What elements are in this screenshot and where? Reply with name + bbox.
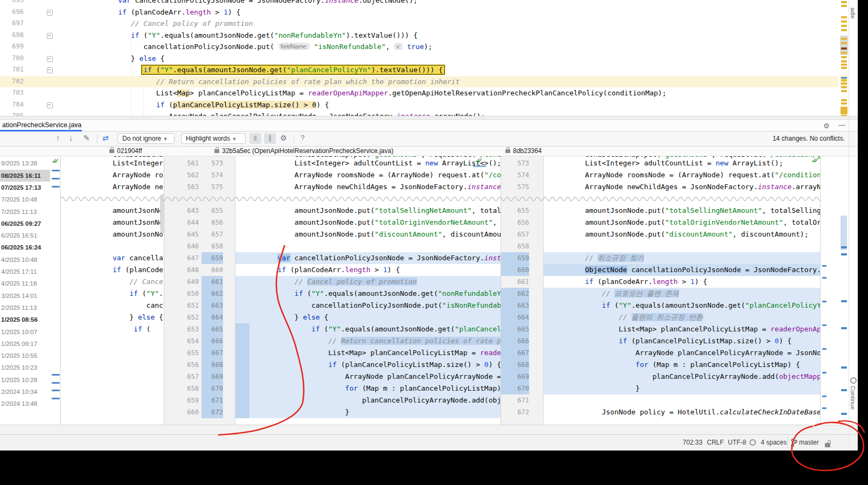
diff-code-line[interactable]: // Cancel policy of promotion: [235, 276, 501, 288]
diff-code-line[interactable]: ArrayNode roomsNode = (ArrayNode) reques…: [544, 169, 821, 181]
previous-change-icon[interactable]: ↑: [56, 134, 60, 142]
gear-icon[interactable]: ⚙: [823, 122, 830, 130]
diff-code-line[interactable]: List<Map> planCancelPolicyListMap = read…: [235, 347, 501, 359]
diff-code-line[interactable]: cancellationPolicyJsonNode.put("isNonRef…: [235, 300, 501, 311]
fold-icon[interactable]: [47, 102, 53, 108]
file-encoding[interactable]: UTF-8: [728, 439, 746, 446]
diff-code-line[interactable]: [544, 394, 821, 406]
diff-code-line[interactable]: ArrayNode newChildAges = JsonNodeFactory…: [544, 181, 821, 193]
tool-window-tab-gradle[interactable]: adle: [850, 8, 856, 19]
fold-icon[interactable]: [47, 56, 53, 62]
diff-code-line[interactable]: amountJsonNode.put("discountAmount", dis…: [544, 228, 821, 240]
status-ring-icon[interactable]: [749, 439, 756, 446]
fold-icon[interactable]: [47, 67, 53, 73]
diff-code-line[interactable]: }: [544, 383, 821, 394]
blame-timestamp[interactable]: 7/2025 11:13: [1, 206, 58, 218]
diff-code-line[interactable]: ArrayNode newChildAges = JsonNodeFactory…: [235, 181, 501, 193]
diff-code-line[interactable]: } else {: [235, 311, 501, 323]
diff-code-line[interactable]: if (planCode: [62, 264, 163, 276]
editor-pane[interactable]: var cancellationPolicyJsonNode = JsonNod…: [0, 0, 858, 116]
diff-code-line[interactable]: ArrayNode planCancelPolicyArrayNode = Js…: [544, 347, 821, 359]
caret-position[interactable]: 702:33: [683, 439, 703, 446]
diff-code-line[interactable]: ArrayNode ro: [62, 169, 163, 181]
diff-code-line[interactable]: if ("Y".equals(amountJsonNode.get("planC…: [235, 323, 501, 335]
blame-timestamp[interactable]: 9/2025 13:38: [1, 157, 58, 169]
blame-timestamp[interactable]: 08/2025 16:11: [1, 170, 58, 182]
blame-timestamp[interactable]: 2/2024 13:48: [1, 398, 58, 410]
blame-timestamp[interactable]: 1/2025 10:55: [1, 350, 58, 362]
branch-name[interactable]: master: [799, 439, 819, 446]
diff-code-line[interactable]: amountJsonNo: [62, 228, 163, 240]
diff-code-line[interactable]: amountJsonNode.put("totalSellingNetAmoun…: [544, 205, 821, 217]
diff-code-line[interactable]: var cancella: [62, 252, 163, 264]
sync-scroll-icon[interactable]: ⫿: [264, 133, 276, 144]
diff-code-line[interactable]: JsonNode policy = HotelUtil.calculateChe…: [544, 406, 821, 418]
blame-timestamp[interactable]: 2/2024 10:34: [1, 386, 58, 398]
diff-code-line[interactable]: if (planCodeArr.length > 1) {: [544, 276, 821, 288]
editor-code-line[interactable]: List<Map> planCancelPolicyListMap = read…: [0, 87, 838, 99]
diff-code-line[interactable]: List<Integer> adultCountList = new Array…: [544, 157, 821, 169]
editor-code-line[interactable]: // Return cancellation policies of rate …: [0, 76, 838, 88]
settings-gear-icon[interactable]: ⚙: [280, 134, 287, 142]
blame-timestamp[interactable]: 4/2025 10:48: [1, 254, 58, 266]
diff-code-line[interactable]: ArrayNode planCancelPolicyArrayNode = Js…: [235, 371, 501, 383]
diff-code-line[interactable]: amountJsonNo: [62, 205, 163, 217]
collapse-unchanged-icon[interactable]: ⇳: [249, 133, 261, 144]
diff-code-line[interactable]: [544, 240, 821, 252]
diff-code-line[interactable]: // 프로모션 플랜 존재: [544, 288, 821, 300]
diff-code-line[interactable]: ArrayNode roomsNode = (ArrayNode) reques…: [235, 169, 501, 181]
blame-timestamp[interactable]: 06/2025 16:24: [1, 241, 58, 253]
editor-code-line[interactable]: if ("Y".equals(amountJsonNode.get("planC…: [0, 64, 838, 76]
close-icon[interactable]: ✕: [74, 122, 79, 128]
diff-code-line[interactable]: amountJsonNo: [62, 217, 163, 228]
blame-timestamp[interactable]: 4/2025 11:18: [1, 278, 58, 289]
editor-code-line[interactable]: var cancellationPolicyJsonNode = JsonNod…: [0, 0, 838, 6]
blame-timestamp[interactable]: 06/2025 09:27: [1, 218, 58, 230]
diff-code-line[interactable]: for (Map m : planCancelPolicyListMap) {: [235, 383, 501, 394]
editor-code-line[interactable]: if (planCodeArr.length > 1) {: [0, 6, 838, 18]
edit-icon[interactable]: ✎: [84, 134, 90, 142]
highlight-policy-dropdown[interactable]: Highlight words ▼: [181, 133, 246, 144]
apply-changes-icon[interactable]: ⇄: [102, 134, 109, 142]
blame-timestamp[interactable]: 6/2025 16:51: [1, 230, 58, 241]
blame-timestamp[interactable]: 1/2025 10:23: [1, 362, 58, 373]
help-icon[interactable]: ?: [301, 134, 304, 142]
diff-code-line[interactable]: canc: [62, 300, 163, 311]
diff-code-line[interactable]: // 플랜의 취소규정 반환: [544, 311, 821, 323]
editor-code-line[interactable]: } else {: [0, 53, 838, 65]
blame-timestamp[interactable]: 3/2025 14:01: [1, 290, 58, 302]
blame-timestamp[interactable]: 4/2025 17:11: [1, 266, 58, 278]
diff-code-line[interactable]: if ("Y".: [62, 288, 163, 300]
minimize-icon[interactable]: —: [838, 121, 845, 129]
diff-code-line[interactable]: if (planCancelPolicyListMap.size() > 0) …: [544, 335, 821, 347]
editor-error-stripe[interactable]: [840, 0, 848, 116]
tool-window-tab-continue[interactable]: Continue: [850, 386, 856, 410]
diff-code-line[interactable]: amountJsonNode.put("totalOriginVendorNet…: [544, 217, 821, 228]
diff-code-line[interactable]: amountJsonNode.put("discountAmount", dis…: [235, 228, 501, 240]
editor-code-line[interactable]: if (planCancelPolicyListMap.size() > 0) …: [0, 99, 838, 111]
diff-code-line[interactable]: [235, 240, 501, 252]
diff-code-line[interactable]: // 취소규정 찾기: [544, 252, 821, 264]
indent-setting[interactable]: 4 spaces: [761, 439, 787, 446]
editor-code-line[interactable]: // Cancel policy of promotion: [0, 18, 838, 30]
blame-timestamp[interactable]: 1/2025 10:07: [1, 326, 58, 338]
diff-code-line[interactable]: } else {: [62, 311, 163, 323]
diff-code-line[interactable]: List<Integer: [62, 157, 163, 169]
line-ending[interactable]: CRLF: [707, 439, 724, 446]
diff-code-line[interactable]: ArrayNode ne: [62, 181, 163, 193]
blame-timestamp[interactable]: 1/2025 10:28: [1, 374, 58, 386]
diff-code-line[interactable]: [62, 240, 163, 252]
blame-timestamp[interactable]: 2/2025 11:13: [1, 302, 58, 314]
editor-code-line[interactable]: ArrayNode planCancelPolicyArrayNode = Js…: [0, 110, 838, 116]
editor-diff-splitter[interactable]: [0, 116, 858, 120]
diff-code-line[interactable]: amountJsonNode.put("totalOriginVendorNet…: [235, 217, 501, 228]
diff-code-line[interactable]: List<Map> planCancelPolicyListMap = read…: [544, 323, 821, 335]
diff-code-line[interactable]: amountJsonNode.put("totalSellingNetAmoun…: [235, 205, 501, 217]
tab-diff-file[interactable]: ationPrecheckService.java: [2, 121, 81, 129]
unlock-icon[interactable]: [825, 441, 830, 449]
diff-code-line[interactable]: ObjectNode cancellationPolicyJsonNode = …: [544, 264, 821, 276]
diff-code-line[interactable]: if ("Y".equals(amountJsonNode.get("nonRe…: [235, 288, 501, 300]
diff-code-line[interactable]: // Return cancellation policies of rate …: [235, 335, 501, 347]
diff-code-line[interactable]: for (Map m : planCancelPolicyListMap) {: [544, 359, 821, 371]
diff-code-line[interactable]: if ("Y".equals(amountJsonNode.get("planC…: [544, 300, 821, 311]
